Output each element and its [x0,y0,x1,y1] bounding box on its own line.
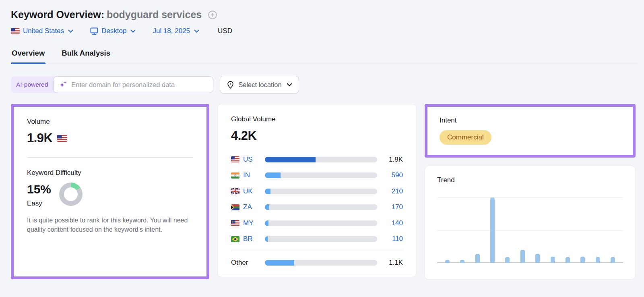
kd-donut-chart [59,183,83,206]
us-flag-icon [231,156,239,162]
tab-bulk-analysis[interactable]: Bulk Analysis [61,49,111,64]
tab-overview[interactable]: Overview [11,49,45,64]
geo-row: US1.9K [231,152,403,168]
trend-bar [475,254,480,263]
tab-bar: Overview Bulk Analysis [11,49,638,64]
country-code-label[interactable]: ZA [243,203,252,211]
keyword-text: bodyguard services [107,9,202,20]
volume-value-label: 1.9K [377,156,403,164]
country-code-label[interactable]: MY [243,219,254,227]
volume-bar-track [265,189,377,194]
page-header: Keyword Overview:bodyguard services [11,9,638,21]
divider [231,251,403,251]
volume-bar-track [265,236,377,242]
select-location-button[interactable]: Select location [220,76,299,93]
trend-bar [505,257,510,263]
global-volume-card: Global Volume 4.2K US1.9KIN590UK210ZA170… [217,104,417,277]
intent-card: Intent Commercial [425,104,636,158]
trend-bar [566,257,570,263]
select-location-label: Select location [238,81,281,89]
country-code-label[interactable]: US [243,156,253,164]
volume-bar-fill [265,260,294,266]
monitor-icon [90,27,98,35]
map-pin-icon [227,81,234,89]
kd-description: It is quite possible to rank for this ke… [27,216,193,235]
trend-bar [490,197,495,263]
sparkle-icon [59,81,67,89]
volume-value-label[interactable]: 110 [377,235,403,243]
chevron-down-icon [130,29,136,33]
volume-title: Volume [27,118,193,126]
trend-bar [535,254,540,263]
trend-card: Trend [425,166,636,280]
chevron-down-icon [287,83,292,87]
metrics-grid: Volume 1.9K Keyword Difficulty 15% Easy … [11,104,638,280]
kd-percent-value: 15% [27,183,51,196]
my-flag-icon [231,220,239,226]
volume-bar-fill [265,157,316,162]
volume-difficulty-card: Volume 1.9K Keyword Difficulty 15% Easy … [11,104,209,279]
volume-bar-track [265,220,377,226]
volume-value-label[interactable]: 170 [377,203,403,211]
trend-title: Trend [437,176,623,184]
device-filter-label: Desktop [101,27,126,35]
intent-badge[interactable]: Commercial [440,130,491,145]
trend-bar [580,257,585,263]
volume-bar-fill [265,172,281,178]
divider [27,157,193,158]
us-flag-icon [11,28,20,34]
in-flag-icon [231,172,239,179]
keyword-difficulty-title: Keyword Difficulty [27,169,193,177]
geo-row: UK210 [231,183,403,199]
trend-bar [445,260,450,263]
trend-bar [596,257,600,263]
country-code-label[interactable]: IN [243,171,250,179]
keyword-overview-page: Keyword Overview:bodyguard services Unit… [0,0,644,280]
country-code-label[interactable]: UK [243,187,253,195]
za-flag-icon [231,204,239,210]
geo-row: Other1.1K [231,255,403,271]
ai-powered-input-group: AI-powered [11,76,213,93]
volume-value-label[interactable]: 140 [377,219,403,227]
device-filter[interactable]: Desktop [90,27,136,35]
geo-row: ZA170 [231,199,403,216]
add-keyword-icon[interactable] [207,10,218,20]
keyword-difficulty-row: 15% Easy [27,183,193,208]
volume-bar-track [265,157,377,162]
volume-value-label: 1.1K [377,259,403,267]
location-filter[interactable]: United States [11,27,73,35]
domain-input-wrapper [53,76,213,93]
country-code-label[interactable]: BR [243,235,253,243]
geo-row: MY140 [231,215,403,231]
global-volume-title: Global Volume [231,115,403,123]
date-filter[interactable]: Jul 18, 2025 [153,27,199,35]
country-code-label: Other [231,259,248,267]
filter-bar: United States Desktop Jul 18, 2025 USD [11,27,638,35]
currency-label: USD [218,27,232,35]
trend-bar [611,257,615,263]
page-title: Keyword Overview:bodyguard services [11,9,202,21]
volume-bar-track [265,172,377,178]
volume-bar-track [265,260,377,266]
volume-bar-fill [265,236,268,242]
geo-row: BR110 [231,231,403,247]
personalization-bar: AI-powered Select location [11,76,638,93]
chevron-down-icon [68,29,73,33]
volume-value-label[interactable]: 210 [377,187,403,195]
date-filter-label: Jul 18, 2025 [153,27,190,35]
geo-row: IN590 [231,168,403,184]
volume-value-label[interactable]: 590 [377,171,403,179]
trend-bars [445,197,615,263]
intent-title: Intent [440,116,621,125]
trend-bar [460,260,464,263]
page-title-label: Keyword Overview: [11,9,104,20]
right-column: Intent Commercial Trend [425,104,636,280]
global-volume-value: 4.2K [231,129,403,143]
location-filter-label: United States [23,27,64,35]
volume-value-row: 1.9K [27,131,193,145]
domain-input[interactable] [71,81,207,89]
volume-bar-fill [265,204,269,210]
volume-bar-fill [265,220,268,226]
trend-bar [520,250,525,263]
kd-level-label: Easy [27,199,51,208]
